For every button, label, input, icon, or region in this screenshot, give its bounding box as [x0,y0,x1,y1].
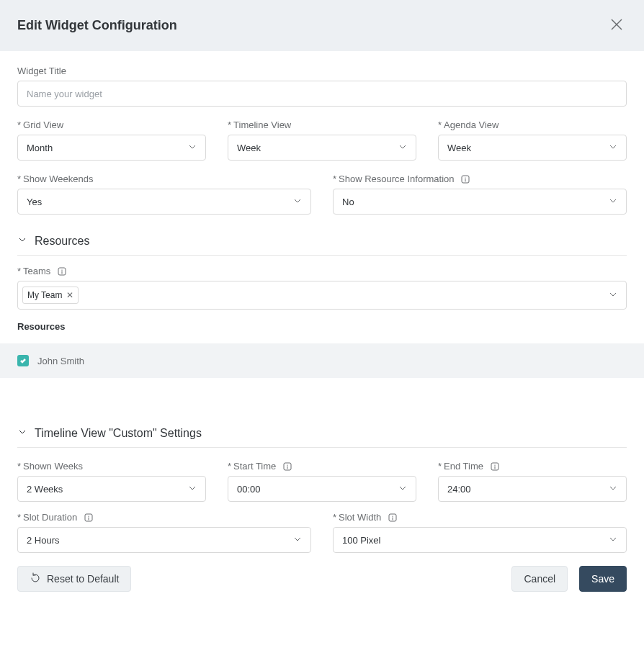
chip-remove-icon[interactable]: ✕ [66,291,73,299]
timeline-custom-section-header[interactable]: Timeline View "Custom" Settings [17,427,627,448]
resource-name: John Smith [37,356,84,366]
grid-view-group: Grid View Month [17,120,206,161]
show-resource-info-value: No [342,197,354,207]
info-icon [490,461,500,472]
info-icon [282,461,292,472]
slot-width-label-text: Slot Width [339,512,381,523]
timeline-view-label: Timeline View [228,120,416,130]
agenda-view-value: Week [447,143,471,153]
slot-duration-select[interactable]: 2 Hours [17,527,311,553]
resources-section-header[interactable]: Resources [17,235,627,256]
start-time-value: 00:00 [237,484,261,495]
slot-duration-group: Slot Duration 2 Hours [17,512,311,553]
shown-weeks-group: Shown Weeks 2 Weeks [17,461,206,502]
teams-label: Teams [17,266,627,276]
chevron-down-icon [398,484,407,495]
show-weekends-group: Show Weekends Yes [17,173,311,215]
timeline-row-1: Shown Weeks 2 Weeks Start Time 00:00 End… [17,461,627,502]
chevron-down-icon [609,289,617,302]
chevron-down-icon [609,535,617,546]
show-weekends-select[interactable]: Yes [17,189,311,215]
timeline-custom-section-title: Timeline View "Custom" Settings [35,427,202,440]
shown-weeks-select[interactable]: 2 Weeks [17,476,206,502]
info-icon [57,266,67,276]
chevron-down-icon [293,197,302,207]
slot-width-value: 100 Pixel [342,535,380,546]
start-time-label-text: Start Time [233,461,276,472]
resource-checkbox[interactable] [17,355,29,366]
end-time-select[interactable]: 24:00 [438,476,627,502]
team-chip: My Team ✕ [22,287,79,304]
chevron-down-icon [293,535,302,546]
resource-item: John Smith [0,343,644,378]
timeline-view-value: Week [237,143,261,153]
save-button[interactable]: Save [579,566,627,592]
dialog-header: Edit Widget Configuration [0,0,644,51]
teams-multiselect[interactable]: My Team ✕ [17,281,627,310]
timeline-view-select[interactable]: Week [228,135,416,161]
chevron-down-icon [17,427,27,440]
end-time-value: 24:00 [447,484,471,495]
dialog-footer: Reset to Default Cancel Save [0,553,644,609]
end-time-label: End Time [438,461,627,472]
chevron-down-icon [188,484,197,495]
show-weekends-label: Show Weekends [17,173,311,184]
dialog-title: Edit Widget Configuration [17,18,177,33]
cancel-button[interactable]: Cancel [511,566,568,592]
save-button-label: Save [591,573,614,585]
slot-duration-label-text: Slot Duration [23,512,77,523]
end-time-group: End Time 24:00 [438,461,627,502]
show-resource-info-select[interactable]: No [333,189,627,215]
show-weekends-value: Yes [27,197,42,207]
slot-width-select[interactable]: 100 Pixel [333,527,627,553]
grid-view-value: Month [27,143,53,153]
chevron-down-icon [609,197,617,207]
reset-icon [30,572,41,586]
reset-to-default-button[interactable]: Reset to Default [17,566,131,592]
shown-weeks-label: Shown Weeks [17,461,206,472]
agenda-view-label: Agenda View [438,120,627,130]
grid-view-label: Grid View [17,120,206,130]
show-resource-info-group: Show Resource Information No [333,173,627,215]
show-resource-info-label-text: Show Resource Information [339,173,454,184]
chevron-down-icon [17,235,27,248]
cancel-button-label: Cancel [524,573,555,585]
chevron-down-icon [609,143,617,153]
grid-view-select[interactable]: Month [17,135,206,161]
teams-group: Teams My Team ✕ [17,266,627,310]
slot-width-label: Slot Width [333,512,627,523]
slot-duration-label: Slot Duration [17,512,311,523]
start-time-label: Start Time [228,461,416,472]
resource-list: John Smith [17,343,627,378]
info-icon [388,513,398,523]
show-resource-info-label: Show Resource Information [333,173,627,184]
view-row: Grid View Month Timeline View Week Agend… [17,120,627,161]
timeline-view-group: Timeline View Week [228,120,416,161]
agenda-view-group: Agenda View Week [438,120,627,161]
info-icon [84,513,94,523]
slot-duration-value: 2 Hours [27,535,60,546]
end-time-label-text: End Time [444,461,483,472]
timeline-row-2: Slot Duration 2 Hours Slot Width 100 Pix… [17,512,627,553]
start-time-group: Start Time 00:00 [228,461,416,502]
team-chip-label: My Team [27,290,62,300]
widget-title-input[interactable] [17,81,627,107]
resources-section-title: Resources [35,235,89,248]
footer-right: Cancel Save [511,566,627,592]
chevron-down-icon [188,143,197,153]
teams-label-text: Teams [23,266,50,276]
slot-width-group: Slot Width 100 Pixel [333,512,627,553]
widget-title-label: Widget Title [17,66,627,76]
chevron-down-icon [609,484,617,495]
widget-title-group: Widget Title [17,66,627,107]
close-icon [609,17,624,34]
info-icon [460,174,470,184]
close-button[interactable] [607,14,627,37]
resources-subtitle: Resources [17,321,627,332]
shown-weeks-value: 2 Weeks [27,484,63,495]
dialog-content: Widget Title Grid View Month Timeline Vi… [0,66,644,553]
chevron-down-icon [398,143,407,153]
start-time-select[interactable]: 00:00 [228,476,416,502]
agenda-view-select[interactable]: Week [438,135,627,161]
show-row: Show Weekends Yes Show Resource Informat… [17,173,627,215]
